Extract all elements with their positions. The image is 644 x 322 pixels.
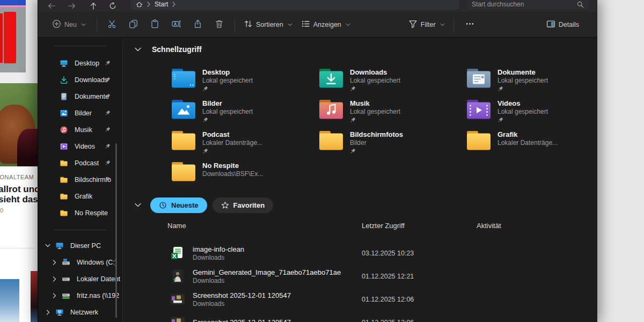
star-icon: [221, 201, 229, 209]
command-bar: Neu Sortieren Anzeigen Filter: [38, 12, 597, 38]
delete-button[interactable]: [209, 16, 230, 33]
sidebar-item-grafik[interactable]: Grafik: [38, 188, 122, 204]
sidebar-item-bildschirmfo[interactable]: Bildschirmfo: [38, 171, 122, 188]
tab-favoriten[interactable]: Favoriten: [213, 197, 274, 213]
divider: [453, 18, 454, 32]
desktop-icon: [60, 59, 68, 68]
filter-button[interactable]: Filter: [404, 16, 449, 33]
tree-item-netzwerk[interactable]: Netzwerk: [38, 304, 122, 320]
news-headline: allrot und sieht das: [0, 184, 40, 204]
chevron-right-icon: [51, 276, 57, 282]
tree-item-dieser-pc[interactable]: Dieser PC: [38, 237, 122, 254]
tile-bilder[interactable]: Bilder Lokal gespeichert: [170, 98, 318, 129]
sidebar-item-videos[interactable]: Videos: [38, 138, 122, 155]
sidebar-item-desktop[interactable]: Desktop: [38, 55, 122, 71]
file-row-screenshot-2025-12-01-120547[interactable]: Screenshot 2025-12-01 120547 01.12.2025 …: [123, 311, 597, 322]
news-image-chair: [0, 83, 38, 166]
rename-button[interactable]: [166, 16, 187, 33]
sidebar-item-musik[interactable]: Musik: [38, 121, 122, 138]
breadcrumb[interactable]: Start: [155, 1, 168, 8]
collapse-chevron-icon[interactable]: [134, 47, 142, 52]
address-bar[interactable]: Start: [130, 0, 459, 10]
back-button[interactable]: [45, 1, 58, 11]
tile-desktop[interactable]: Desktop Lokal gespeichert: [170, 67, 318, 98]
file-row-image-info-clean[interactable]: image-info-clean Downloads 03.12.2025 10…: [123, 241, 597, 265]
divider: [97, 18, 97, 32]
collapse-chevron-icon[interactable]: [134, 203, 142, 207]
chevron-right-icon: [172, 2, 175, 7]
sidebar-item-downloads[interactable]: Downloads: [38, 71, 122, 88]
divider: [235, 18, 235, 32]
file-accessed-date: 01.12.2025 12:21: [362, 273, 414, 280]
tile-podcast[interactable]: Podcast Lokaler Datenträge...: [170, 129, 318, 160]
file-accessed-date: 01.12.2025 12:06: [362, 319, 414, 322]
sidebar-item-dokumente[interactable]: Dokumente: [38, 88, 122, 105]
tile-no-respite[interactable]: No Respite Downloads\BSF\Ex...: [170, 160, 318, 192]
tab-neueste[interactable]: Neueste: [150, 197, 207, 213]
up-button[interactable]: [86, 1, 100, 11]
pin-icon: [105, 110, 111, 116]
forward-button[interactable]: [65, 1, 79, 11]
file-explorer-window: Start Start durchsuchen Neu Sortieren An: [38, 0, 597, 322]
tile-grafik[interactable]: Grafik Lokaler Datenträge...: [465, 129, 597, 160]
file-row-gemini-generated-image-71aebo71aebo71ae[interactable]: Gemini_Generated_Image_71aebo71aebo71ae …: [123, 265, 597, 288]
pin-icon: [105, 143, 111, 149]
up-arrow-icon: [90, 2, 97, 10]
tree-item-lokaler-datent[interactable]: Lokaler Datent: [38, 270, 122, 287]
column-header-activity[interactable]: Aktivität: [477, 222, 501, 230]
cut-button[interactable]: [101, 16, 123, 33]
column-header-accessed[interactable]: Letzter Zugriff: [362, 222, 405, 230]
search-icon: [577, 1, 584, 8]
pin-icon: [105, 177, 111, 182]
news-image-sky: [0, 279, 19, 322]
drive-icon: [62, 275, 70, 283]
share-button[interactable]: [187, 16, 209, 33]
sidebar: Desktop Downloads Dokumente Bilder Musik…: [38, 38, 122, 322]
funnel-icon: [408, 19, 418, 30]
trash-icon: [215, 19, 224, 30]
chevron-right-icon: [51, 293, 57, 298]
pin-icon: [105, 93, 111, 99]
new-button[interactable]: Neu: [48, 16, 90, 33]
file-row-screenshot-2025-12-01-120547[interactable]: Screenshot 2025-12-01 120547 Downloads 0…: [123, 288, 597, 311]
documents-icon: [60, 92, 68, 101]
tree-item-windows-c[interactable]: Windows (C:): [38, 254, 122, 270]
tile-downloads[interactable]: Downloads Lokal gespeichert: [318, 67, 465, 98]
details-button[interactable]: Details: [542, 16, 583, 33]
sidebar-item-no-respite[interactable]: No Respite: [38, 204, 122, 221]
paste-button[interactable]: [144, 16, 166, 33]
column-header-name[interactable]: Name: [167, 222, 186, 230]
drive-network-icon: [62, 291, 70, 300]
sidebar-item-podcast[interactable]: Podcast: [38, 155, 122, 171]
sidebar-pinned-list: Desktop Downloads Dokumente Bilder Musik…: [38, 55, 122, 221]
sort-arrows-icon: [244, 19, 253, 30]
clock-icon: [159, 201, 167, 209]
tile-musik[interactable]: Musik Lokal gespeichert: [318, 98, 465, 129]
navigation-bar: Start Start durchsuchen: [38, 0, 597, 12]
recent-files-list: image-info-clean Downloads 03.12.2025 10…: [123, 241, 597, 322]
sidebar-scrollbar[interactable]: [115, 143, 117, 318]
copy-icon: [129, 19, 138, 30]
tile-dokumente[interactable]: Dokumente Lokal gespeichert: [465, 67, 597, 98]
tile-bildschirmfotos[interactable]: Bildschirmfotos Bilder: [318, 129, 465, 160]
search-input[interactable]: Start durchsuchen: [466, 0, 589, 10]
news-image-red: [31, 271, 38, 322]
refresh-button[interactable]: [106, 1, 120, 11]
more-options-button[interactable]: [459, 16, 481, 33]
tree-item-fritz-nas-192[interactable]: fritz.nas (\\192: [38, 287, 122, 304]
pin-icon: [350, 148, 356, 154]
sort-button[interactable]: Sortieren: [239, 16, 297, 33]
divider: [54, 230, 107, 230]
pin-icon: [497, 86, 503, 92]
file-accessed-date: 03.12.2025 10:23: [362, 250, 414, 257]
network-icon: [55, 308, 64, 317]
sidebar-item-bilder[interactable]: Bilder: [38, 105, 122, 121]
downloads-folder-icon: [318, 67, 345, 90]
view-button[interactable]: Anzeigen: [297, 16, 355, 33]
list-column-headers: Name Letzter Zugriff Aktivität: [123, 222, 597, 232]
copy-button[interactable]: [123, 16, 144, 33]
recent-tabs: Neueste Favoriten: [123, 197, 273, 213]
tile-videos[interactable]: Videos Lokal gespeichert: [465, 98, 597, 129]
folder-icon: [60, 209, 68, 217]
downloads-icon: [60, 76, 68, 84]
